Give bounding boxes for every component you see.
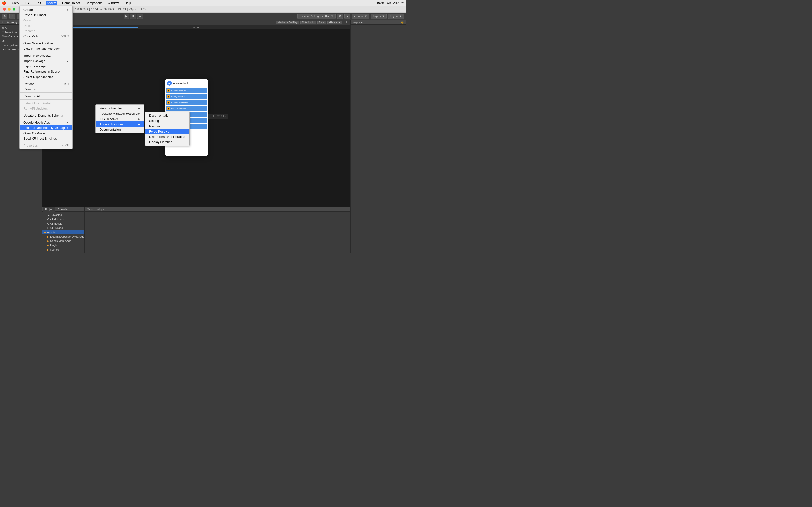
tree-googlemobileads[interactable]: ▶ GoogleMobileAds xyxy=(45,239,84,243)
project-tab[interactable]: Project xyxy=(43,207,55,212)
android-arrow: ▶ xyxy=(138,123,140,125)
ad-btn-label-3: Request Rewarded Ad xyxy=(171,102,188,104)
menu-help[interactable]: Help xyxy=(123,1,132,5)
menu-reimport[interactable]: Reimport xyxy=(19,87,72,92)
settings-button[interactable]: ⚙ xyxy=(337,13,343,19)
game-view-controls: Maximize On Play Mute Audio Stats Gizmos… xyxy=(276,21,349,24)
ad-btn-label-2: Destroy Banner Ad xyxy=(171,96,186,98)
stats-btn[interactable]: Stats xyxy=(317,21,326,24)
mac-menubar: 🍎 Unity File Edit Assets GameObject Comp… xyxy=(0,0,406,6)
tree-add-btn[interactable]: + ★ Favorites xyxy=(42,213,84,217)
edm-arrow: ▶ xyxy=(67,126,69,129)
game-view-more[interactable]: ⋮ xyxy=(344,21,349,24)
show-rewarded-btn[interactable]: 📱 Show Rewarded Ad xyxy=(165,106,207,111)
menu-find-references[interactable]: Find References In Scene xyxy=(19,69,72,74)
menu-import-new-asset[interactable]: Import New Asset... xyxy=(19,53,72,58)
ar-resolve[interactable]: Resolve xyxy=(145,123,190,129)
game-preview: 0.31x G Google AdMob 📱 Request Banner Ad xyxy=(42,25,350,207)
close-button[interactable] xyxy=(3,8,6,11)
gizmos-btn[interactable]: Gizmos ▼ xyxy=(327,21,342,24)
tree-all-materials[interactable]: ⊙ All Materials xyxy=(45,217,84,221)
ar-force-resolve[interactable]: Force Resolve xyxy=(145,129,190,134)
ar-documentation[interactable]: Documentation xyxy=(145,113,190,118)
menu-view-in-pkg-mgr[interactable]: View in Package Manager xyxy=(19,46,72,51)
sub-pkg-mgr-resolver[interactable]: Package Manager Resolver ▶ xyxy=(96,111,144,116)
admob-title: Google AdMob xyxy=(173,82,189,84)
menu-seed-xr[interactable]: Seed XR Input Bindings xyxy=(19,136,72,141)
tree-assets[interactable]: ▶ Assets xyxy=(42,230,84,234)
ar-display-libraries[interactable]: Display Libraries xyxy=(145,139,190,145)
ad-btn-label-1: Request Banner Ad xyxy=(171,90,186,92)
step-button[interactable]: ⏭ xyxy=(137,13,143,19)
console-clear-btn[interactable]: Clear xyxy=(86,208,94,211)
menu-external-dep-mgr[interactable]: External Dependency Manager ▶ xyxy=(19,125,72,130)
menu-run-api-updater: Run API Updater... xyxy=(19,106,72,111)
transform-tool-1[interactable]: ✥ xyxy=(2,13,7,19)
tree-ext-dep[interactable]: ▶ ExternalDependencyManager xyxy=(45,234,84,239)
pause-button[interactable]: ⏸ xyxy=(130,13,136,19)
menu-open-csharp[interactable]: Open C# Project xyxy=(19,130,72,136)
menu-open-scene-additive[interactable]: Open Scene Additive xyxy=(19,41,72,46)
vh-arrow: ▶ xyxy=(138,107,140,110)
sub-android-resolver[interactable]: Android Resolver ▶ xyxy=(96,121,144,127)
bottom-panels: Project Console + ★ Favorites ⊙ All Mate… xyxy=(42,207,350,253)
maximize-on-play-btn[interactable]: Maximize On Play xyxy=(276,21,299,24)
destroy-banner-btn[interactable]: 📱 Destroy Banner Ad xyxy=(165,94,207,99)
tree-scripts[interactable]: ▶ Scripts xyxy=(45,252,84,253)
menu-unity[interactable]: Unity xyxy=(11,1,20,5)
menu-update-uielements[interactable]: Update UIElements Schema xyxy=(19,113,72,118)
sub-version-handler[interactable]: Version Handler ▶ xyxy=(96,106,144,111)
console-filter-btn[interactable]: Collapse xyxy=(95,208,106,211)
menu-file[interactable]: File xyxy=(24,1,31,5)
sub-ios-resolver[interactable]: iOS Resolver ▶ xyxy=(96,116,144,121)
external-dep-submenu: Version Handler ▶ Package Manager Resolv… xyxy=(95,104,144,133)
hierarchy-title: Hierarchy xyxy=(5,21,18,24)
ar-delete-resolved-libs[interactable]: Delete Resolved Libraries xyxy=(145,134,190,139)
tree-all-models[interactable]: ⊙ All Models xyxy=(45,221,84,226)
tree-plugins[interactable]: ▶ Plugins xyxy=(45,243,84,247)
request-banner-btn[interactable]: 📱 Request Banner Ad xyxy=(165,88,207,93)
project-tree[interactable]: + ★ Favorites ⊙ All Materials ⊙ All Mode… xyxy=(42,212,84,253)
menu-gameobject[interactable]: GameObject xyxy=(61,1,81,5)
center-area: Game Maximize On Play Mute Audio Stats G… xyxy=(42,20,350,253)
layers-dropdown[interactable]: Layers ▼ xyxy=(371,13,387,19)
ar-settings[interactable]: Settings xyxy=(145,118,190,123)
play-button[interactable]: ▶ xyxy=(124,13,129,19)
menu-open: Open xyxy=(19,18,72,23)
console-tab[interactable]: Console xyxy=(56,207,69,212)
account-dropdown[interactable]: Account ▼ xyxy=(352,13,369,19)
menu-copy-path[interactable]: Copy Path ⌥⌘C xyxy=(19,34,72,39)
pmr-arrow: ▶ xyxy=(138,112,140,115)
tree-all-prefabs[interactable]: ⊙ All Prefabs xyxy=(45,226,84,230)
scenes-icon: ▶ xyxy=(47,248,49,251)
menu-create[interactable]: Create ▶ xyxy=(19,7,72,12)
menu-edit[interactable]: Edit xyxy=(35,1,42,5)
menu-reimport-all[interactable]: Reimport All xyxy=(19,94,72,99)
menu-google-mobile-ads[interactable]: Google Mobile Ads ▶ xyxy=(19,120,72,125)
menu-select-dependencies[interactable]: Select Dependencies xyxy=(19,74,72,79)
minimize-button[interactable] xyxy=(8,8,11,11)
maximize-button[interactable] xyxy=(12,8,15,11)
scene-toolbar: Game Maximize On Play Mute Audio Stats G… xyxy=(42,20,350,25)
menu-refresh[interactable]: Refresh ⌘R xyxy=(19,81,72,87)
hierarchy-add-btn[interactable]: + xyxy=(2,21,3,24)
request-rewarded-btn[interactable]: 📱 Request Rewarded Ad xyxy=(165,100,207,105)
menu-component[interactable]: Component xyxy=(85,1,103,5)
menubar-battery: 100% xyxy=(377,1,384,5)
assets-folder-icon: ▶ xyxy=(44,231,46,234)
apple-menu[interactable]: 🍎 xyxy=(2,1,6,5)
tree-scenes[interactable]: ▶ Scenes xyxy=(45,247,84,252)
mute-audio-btn[interactable]: Mute Audio xyxy=(300,21,316,24)
menu-export-package[interactable]: Export Package... xyxy=(19,63,72,69)
transform-tool-2[interactable]: ⊹ xyxy=(9,13,15,19)
cloud-button[interactable]: ☁ xyxy=(344,13,350,19)
inspector-lock-icon[interactable]: 🔒 xyxy=(401,20,404,24)
sub-documentation[interactable]: Documentation xyxy=(96,127,144,132)
menubar-right: 100% Wed 2:12 PM xyxy=(377,1,404,5)
layout-dropdown[interactable]: Layout ▼ xyxy=(388,13,404,19)
menu-window[interactable]: Window xyxy=(107,1,120,5)
preview-packages-dropdown[interactable]: Preview Packages in Use ▼ xyxy=(298,13,336,19)
menu-import-package[interactable]: Import Package ▶ xyxy=(19,58,72,63)
menu-assets[interactable]: Assets xyxy=(46,1,57,5)
menu-reveal-in-finder[interactable]: Reveal in Finder xyxy=(19,12,72,18)
